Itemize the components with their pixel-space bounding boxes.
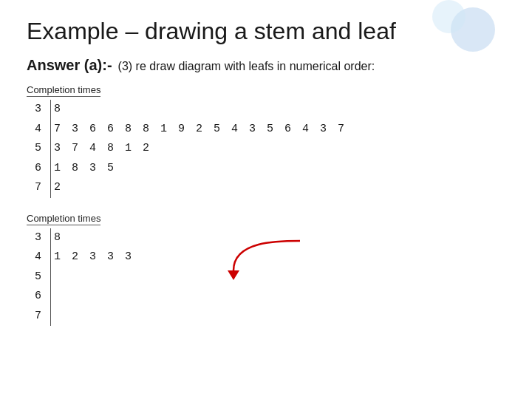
leaf-cell: 8 (51, 228, 137, 248)
stem-leaf-table-1: 3 8 4 7 3 6 6 8 8 1 9 2 5 4 3 5 6 4 3 7 … (27, 100, 349, 198)
stem-cell: 5 (27, 139, 44, 159)
leaf-cell (51, 287, 137, 307)
leaf-cell: 7 3 6 6 8 8 1 9 2 5 4 3 5 6 4 3 7 (51, 120, 350, 140)
table-row: 6 (27, 287, 137, 307)
table-row: 5 (27, 267, 137, 287)
stem-cell: 7 (27, 178, 44, 198)
stem-cell: 6 (27, 287, 44, 307)
section-2-title: Completion times (27, 213, 100, 225)
table-row: 4 1 2 3 3 3 (27, 248, 137, 267)
stem-cell: 3 (27, 100, 44, 120)
svg-marker-0 (228, 270, 239, 280)
answer-line: Answer (a):- (3) re draw diagram with le… (27, 57, 505, 74)
table-row: 4 7 3 6 6 8 8 1 9 2 5 4 3 5 6 4 3 7 (27, 120, 349, 140)
divider-cell (44, 100, 51, 120)
table-row: 6 1 8 3 5 (27, 159, 349, 179)
stem-cell: 6 (27, 159, 44, 179)
decorative-circle-2 (432, 0, 466, 33)
table-row: 7 2 (27, 178, 349, 198)
leaf-cell: 1 2 3 3 3 (51, 248, 137, 267)
divider-cell (44, 248, 51, 267)
divider-cell (44, 287, 51, 307)
divider-cell (44, 120, 51, 140)
divider-cell (44, 139, 51, 159)
red-arrow-icon (219, 233, 307, 285)
leaf-cell (51, 267, 137, 287)
leaf-cell: 8 (51, 100, 350, 120)
table-row: 3 8 (27, 100, 349, 120)
section-1: Completion times 3 8 4 7 3 6 6 8 8 1 9 2… (27, 83, 505, 198)
table-row: 3 8 (27, 228, 137, 248)
answer-instruction: (3) re draw diagram with leafs in numeri… (118, 60, 375, 73)
page: Example – drawing a stem and leaf Answer… (0, 0, 532, 399)
answer-label: Answer (a):- (27, 57, 112, 74)
stem-cell: 4 (27, 248, 44, 267)
section-1-title: Completion times (27, 84, 100, 97)
leaf-cell (51, 307, 137, 327)
section-2: Completion times 3 8 4 1 2 3 3 3 5 6 7 (27, 211, 505, 327)
divider-cell (44, 228, 51, 248)
divider-cell (44, 267, 51, 287)
stem-cell: 3 (27, 228, 44, 248)
stem-cell: 7 (27, 307, 44, 327)
divider-cell (44, 307, 51, 327)
stem-cell: 4 (27, 120, 44, 140)
table-row: 5 3 7 4 8 1 2 (27, 139, 349, 159)
stem-leaf-table-2: 3 8 4 1 2 3 3 3 5 6 7 (27, 228, 137, 327)
divider-cell (44, 178, 51, 198)
leaf-cell: 1 8 3 5 (51, 159, 350, 179)
table-row: 7 (27, 307, 137, 327)
leaf-cell: 3 7 4 8 1 2 (51, 139, 350, 159)
leaf-cell: 2 (51, 178, 350, 198)
divider-cell (44, 159, 51, 179)
stem-cell: 5 (27, 267, 44, 287)
